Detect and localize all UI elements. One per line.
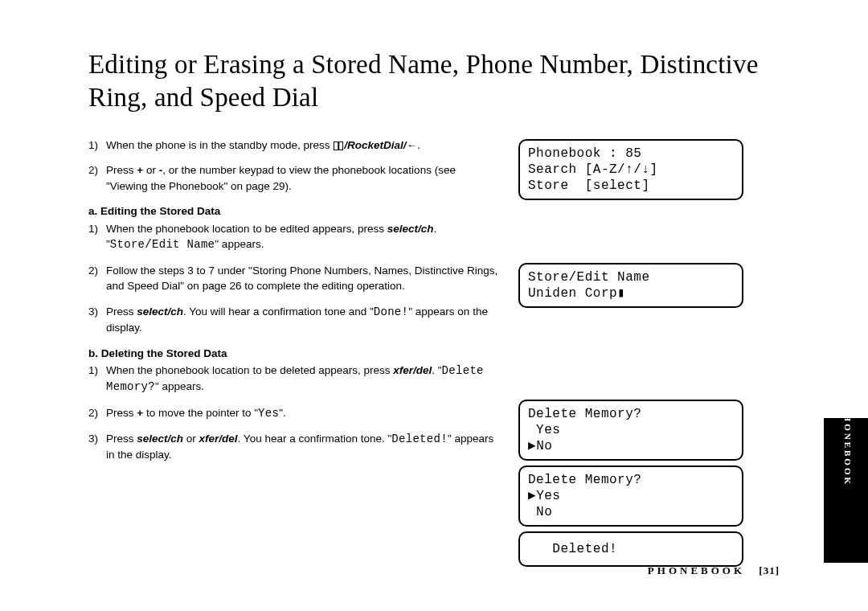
- key-label: +: [137, 164, 143, 176]
- subheading-editing: a. Editing the Stored Data: [88, 203, 498, 219]
- page-footer: PHONEBOOK [31]: [648, 564, 780, 577]
- lcd-screen-delete-no: Delete Memory? Yes ▶No: [518, 400, 743, 461]
- page-title: Editing or Erasing a Stored Name, Phone …: [88, 48, 788, 115]
- lcd-screen-delete-yes: Delete Memory? ▶Yes No: [518, 465, 743, 527]
- step-number: 3): [88, 304, 106, 336]
- step-text: . ": [432, 364, 441, 376]
- step-text: Press: [106, 306, 137, 318]
- key-label: select/ch: [137, 306, 183, 318]
- key-label: select/ch: [137, 433, 183, 445]
- lcd-screens-column: Phonebook : 85 Search [A-Z/↑/↓] Store [s…: [518, 137, 743, 588]
- step-text: . You will hear a confirmation tone and …: [183, 306, 374, 318]
- lcd-screen-phonebook: Phonebook : 85 Search [A-Z/↑/↓] Store [s…: [518, 139, 743, 200]
- step-text: or: [143, 164, 159, 176]
- step-text: When the phonebook location to be edited…: [106, 223, 387, 235]
- step-text: Press: [106, 164, 137, 176]
- step-number: 2): [88, 263, 106, 294]
- step-text: to move the pointer to ": [143, 407, 258, 419]
- key-label: select/ch: [387, 223, 434, 235]
- lcd-text: Deleted!: [391, 433, 448, 445]
- section-tab-label: PHONEBOOK: [843, 407, 853, 486]
- step-text: .: [417, 139, 420, 151]
- book-icon: [334, 141, 343, 150]
- step-text: or: [183, 433, 199, 445]
- instructions-column: 1) When the phone is in the standby mode…: [88, 137, 498, 588]
- step-text: Press: [106, 407, 137, 419]
- step-text: " appears.: [215, 238, 264, 250]
- step-text: . You hear a confirmation tone. ": [238, 433, 392, 445]
- subheading-deleting: b. Deleting the Stored Data: [88, 346, 498, 362]
- key-label: +: [137, 407, 143, 419]
- step-number: 1): [88, 363, 106, 396]
- step-text: Follow the steps 3 to 7 under "Storing P…: [106, 263, 498, 294]
- step-text: When the phonebook location to be delete…: [106, 364, 393, 376]
- lcd-text: Yes: [258, 407, 279, 420]
- footer-section: PHONEBOOK: [648, 564, 745, 576]
- step-number: 1): [88, 137, 106, 154]
- step-text: ".: [279, 407, 286, 419]
- step-text: Press: [106, 433, 137, 445]
- step-text: " appears.: [155, 380, 204, 392]
- step-number: 2): [88, 162, 106, 194]
- lcd-text: Store/Edit Name: [110, 238, 215, 251]
- step-number: 3): [88, 431, 106, 463]
- footer-page-number: [31]: [759, 564, 780, 576]
- lcd-text: Done!: [374, 306, 409, 318]
- step-text: When the phone is in the standby mode, p…: [106, 139, 333, 151]
- step-number: 2): [88, 405, 106, 421]
- key-label: xfer/del: [199, 433, 238, 445]
- step-number: 1): [88, 221, 106, 253]
- lcd-screen-store-edit: Store/Edit Name Uniden Corp▮: [518, 263, 743, 308]
- key-label: xfer/del: [393, 364, 432, 376]
- lcd-screen-deleted: Deleted!: [518, 531, 743, 567]
- key-label: /RocketDial/←: [344, 139, 417, 151]
